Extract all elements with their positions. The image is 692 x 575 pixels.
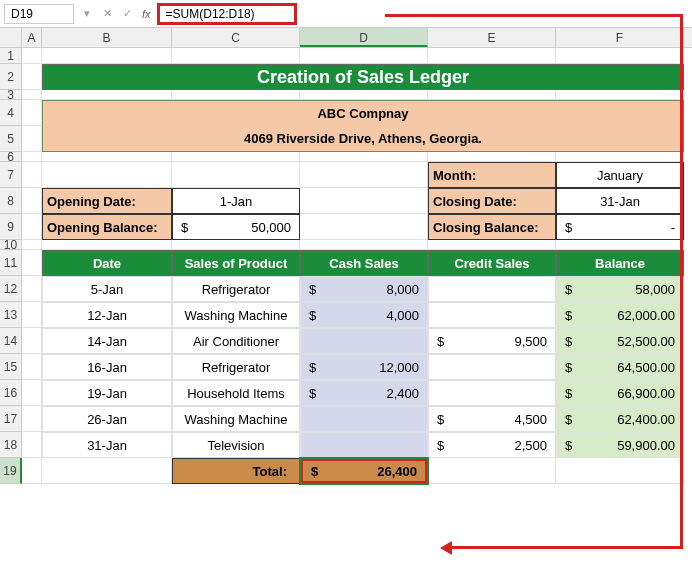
table-cell[interactable]: 26-Jan [42, 406, 172, 432]
col-date-header: Date [42, 250, 172, 276]
annotation-arrow-icon [680, 14, 683, 549]
row-header-13[interactable]: 13 [0, 302, 22, 328]
col-balance-header: Balance [556, 250, 684, 276]
table-cell[interactable]: $62,400.00 [556, 406, 684, 432]
annotation-arrow-icon [450, 546, 683, 549]
row-header-1[interactable]: 1 [0, 48, 22, 64]
closing-balance-label: Closing Balance: [428, 214, 556, 240]
opening-balance-value[interactable]: $50,000 [172, 214, 300, 240]
table-cell[interactable]: 16-Jan [42, 354, 172, 380]
page-title: Creation of Sales Ledger [42, 64, 684, 90]
row-header-18[interactable]: 18 [0, 432, 22, 458]
col-credit-header: Credit Sales [428, 250, 556, 276]
table-cell[interactable]: Air Conditioner [172, 328, 300, 354]
table-cell[interactable]: $4,000 [300, 302, 428, 328]
table-cell[interactable]: Household Items [172, 380, 300, 406]
row-header-5[interactable]: 5 [0, 126, 22, 152]
table-cell[interactable] [428, 302, 556, 328]
table-cell[interactable]: 5-Jan [42, 276, 172, 302]
col-header-F[interactable]: F [556, 28, 684, 47]
enter-icon[interactable]: ✓ [118, 5, 136, 23]
table-cell[interactable]: $59,900.00 [556, 432, 684, 458]
spreadsheet-grid[interactable]: 1 2 Creation of Sales Ledger 3 4 ABC Com… [22, 48, 692, 484]
row-header-12[interactable]: 12 [0, 276, 22, 302]
row-header-15[interactable]: 15 [0, 354, 22, 380]
row-header-6[interactable]: 6 [0, 152, 22, 162]
table-cell[interactable]: Washing Machine [172, 302, 300, 328]
dropdown-icon[interactable]: ▾ [78, 5, 96, 23]
col-header-B[interactable]: B [42, 28, 172, 47]
closing-balance-value[interactable]: $- [556, 214, 684, 240]
select-all-corner[interactable] [0, 28, 22, 48]
row-header-9[interactable]: 9 [0, 214, 22, 240]
fx-icon[interactable]: fx [142, 8, 151, 20]
table-cell[interactable]: Washing Machine [172, 406, 300, 432]
formula-input[interactable]: =SUM(D12:D18) [157, 3, 297, 25]
total-label: Total: [172, 458, 300, 484]
annotation-arrowhead-icon [440, 541, 452, 555]
closing-date-label: Closing Date: [428, 188, 556, 214]
table-cell[interactable]: 19-Jan [42, 380, 172, 406]
table-cell[interactable]: $2,500 [428, 432, 556, 458]
row-header-3[interactable]: 3 [0, 90, 22, 100]
table-cell[interactable] [300, 432, 428, 458]
row-header-16[interactable]: 16 [0, 380, 22, 406]
total-value-cell[interactable]: $26,400 [300, 458, 428, 484]
row-header-2[interactable]: 2 [0, 64, 22, 90]
table-cell[interactable]: $58,000 [556, 276, 684, 302]
name-box[interactable]: D19 [4, 4, 74, 24]
table-cell[interactable]: 12-Jan [42, 302, 172, 328]
table-cell[interactable]: $62,000.00 [556, 302, 684, 328]
row-header-19[interactable]: 19 [0, 458, 22, 484]
table-cell[interactable] [300, 406, 428, 432]
table-cell[interactable]: $64,500.00 [556, 354, 684, 380]
col-product-header: Sales of Product [172, 250, 300, 276]
company-name: ABC Compnay [42, 100, 684, 126]
row-header-8[interactable]: 8 [0, 188, 22, 214]
table-cell[interactable]: $8,000 [300, 276, 428, 302]
table-cell[interactable]: $52,500.00 [556, 328, 684, 354]
table-cell[interactable] [428, 276, 556, 302]
row-header-11[interactable]: 11 [0, 250, 22, 276]
table-cell[interactable]: Refrigerator [172, 354, 300, 380]
col-header-E[interactable]: E [428, 28, 556, 47]
table-cell[interactable]: Television [172, 432, 300, 458]
table-cell[interactable]: $4,500 [428, 406, 556, 432]
table-cell[interactable]: $66,900.00 [556, 380, 684, 406]
table-cell[interactable] [300, 328, 428, 354]
col-header-A[interactable]: A [22, 28, 42, 47]
table-cell[interactable] [428, 354, 556, 380]
table-cell[interactable]: 31-Jan [42, 432, 172, 458]
col-header-C[interactable]: C [172, 28, 300, 47]
annotation-arrow-icon [385, 14, 683, 17]
month-value[interactable]: January [556, 162, 684, 188]
closing-date-value[interactable]: 31-Jan [556, 188, 684, 214]
row-header-7[interactable]: 7 [0, 162, 22, 188]
table-cell[interactable]: $2,400 [300, 380, 428, 406]
column-headers: A B C D E F [22, 28, 692, 48]
table-cell[interactable]: $9,500 [428, 328, 556, 354]
month-label: Month: [428, 162, 556, 188]
opening-date-label: Opening Date: [42, 188, 172, 214]
opening-balance-label: Opening Balance: [42, 214, 172, 240]
row-header-14[interactable]: 14 [0, 328, 22, 354]
row-header-10[interactable]: 10 [0, 240, 22, 250]
company-address: 4069 Riverside Drive, Athens, Georgia. [42, 126, 684, 152]
row-header-4[interactable]: 4 [0, 100, 22, 126]
table-cell[interactable]: Refrigerator [172, 276, 300, 302]
opening-date-value[interactable]: 1-Jan [172, 188, 300, 214]
table-cell[interactable]: 14-Jan [42, 328, 172, 354]
table-cell[interactable]: $12,000 [300, 354, 428, 380]
cancel-icon[interactable]: ✕ [98, 5, 116, 23]
col-cash-header: Cash Sales [300, 250, 428, 276]
table-cell[interactable] [428, 380, 556, 406]
row-header-17[interactable]: 17 [0, 406, 22, 432]
col-header-D[interactable]: D [300, 28, 428, 47]
